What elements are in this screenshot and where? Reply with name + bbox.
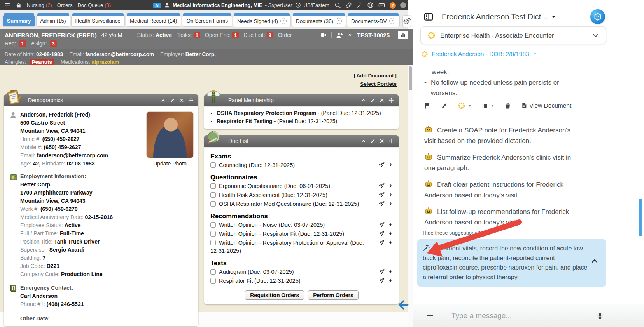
left-pane-scrollbar[interactable] — [408, 65, 413, 327]
sun-menu[interactable] — [458, 102, 472, 110]
checkbox[interactable] — [210, 231, 216, 237]
tab-settings-button[interactable] — [403, 16, 411, 27]
tasks-badge[interactable]: 1 — [194, 32, 200, 38]
demographics-header[interactable]: Demographics — [4, 94, 198, 106]
edit-icon[interactable] — [441, 102, 448, 109]
action-suggestion-card[interactable]: Document vitals, record the new conditio… — [417, 239, 606, 287]
suggestion-item[interactable]: Draft clear patient instructions for Fre… — [424, 179, 578, 200]
message-input[interactable] — [452, 311, 596, 320]
attach-plus-icon[interactable] — [426, 311, 434, 320]
chart-stats-button[interactable] — [398, 31, 408, 39]
tab-on-screen-forms[interactable]: On Screen Forms — [182, 16, 232, 26]
tab-documents-dv[interactable]: Documents-DV — [347, 16, 399, 27]
lightning-icon[interactable] — [388, 192, 393, 198]
menu-icon[interactable] — [4, 2, 10, 9]
perform-orders-button[interactable]: Perform Orders — [308, 290, 358, 300]
select-portlets-link[interactable]: Select Portlets — [360, 81, 397, 87]
lightning-icon[interactable] — [388, 183, 393, 189]
send-icon[interactable] — [379, 240, 385, 245]
trash-icon[interactable] — [504, 102, 511, 109]
send-icon[interactable] — [379, 222, 385, 228]
suggestion-item[interactable]: List follow-up recommendations for Frede… — [424, 207, 578, 228]
order-link[interactable]: Order — [278, 32, 292, 38]
tab-needs-signed[interactable]: Needs Signed (4) — [233, 16, 290, 27]
medication-value[interactable]: alprazolam — [92, 59, 119, 65]
close-icon[interactable] — [380, 139, 384, 143]
due-list-header[interactable]: Due List — [204, 135, 399, 147]
patient-name-link[interactable]: Anderson, Frederick (Fred) — [20, 111, 90, 118]
due-list-badge[interactable]: 9 — [267, 32, 273, 38]
assistant-scrollbar-thumb[interactable] — [639, 199, 642, 236]
checkbox[interactable] — [210, 162, 216, 168]
nav-orders[interactable]: Orders — [57, 2, 73, 8]
lightning-icon[interactable] — [388, 278, 393, 284]
nav-doc-queue[interactable]: Doc Queue(3) — [77, 2, 111, 8]
send-icon[interactable] — [379, 269, 385, 275]
close-icon[interactable] — [179, 98, 184, 103]
tab-documents[interactable]: Documents (36) — [292, 16, 346, 27]
checkbox[interactable] — [210, 201, 216, 207]
close-icon[interactable] — [380, 98, 384, 103]
checkbox[interactable] — [210, 240, 216, 245]
flag-icon[interactable] — [424, 102, 431, 109]
collapse-panel-arrow-icon[interactable] — [397, 299, 409, 311]
popout-icon[interactable] — [389, 18, 396, 24]
wand-icon[interactable] — [356, 2, 363, 9]
checkbox[interactable] — [210, 269, 216, 275]
send-icon[interactable] — [379, 278, 385, 284]
panel-toggle-icon[interactable] — [424, 12, 434, 22]
collapse-icon[interactable] — [161, 98, 166, 103]
supervisor-link[interactable]: Sergio Acardi — [49, 247, 85, 253]
esign-badge[interactable]: 3 — [50, 40, 57, 47]
lightning-icon[interactable] — [347, 32, 353, 38]
open-enc-badge[interactable]: 1 — [232, 32, 239, 38]
send-icon[interactable] — [379, 201, 385, 207]
checkbox[interactable] — [210, 192, 216, 198]
send-icon[interactable] — [379, 231, 385, 237]
home-icon[interactable] — [16, 2, 22, 9]
patient-context[interactable]: Frederick Anderson - DOB: 2/8/1983 — [421, 50, 537, 57]
tab-admin[interactable]: Admin (15) — [37, 16, 70, 26]
encounter-selector[interactable]: Enterprise Health - Associate Encounter — [420, 26, 606, 44]
nav-nursing[interactable]: Nursing(2) — [27, 2, 52, 8]
suggestion-item[interactable]: Summarize Frederick Anderson's clinic vi… — [424, 152, 578, 173]
lightning-icon[interactable] — [388, 222, 393, 228]
checkbox[interactable] — [210, 183, 216, 189]
copy-menu[interactable] — [481, 102, 495, 109]
move-icon[interactable] — [388, 138, 394, 144]
link-icon[interactable] — [345, 2, 352, 9]
lightning-icon[interactable] — [388, 240, 393, 245]
checkbox[interactable] — [210, 222, 216, 228]
edit-icon[interactable] — [170, 98, 175, 103]
lightning-icon[interactable] — [388, 162, 393, 168]
send-icon[interactable] — [379, 183, 385, 189]
panel-membership-header[interactable]: Panel Membership — [204, 94, 399, 106]
allergy-badge[interactable]: Peanuts — [30, 59, 55, 65]
tab-summary[interactable]: Summary — [3, 16, 35, 26]
lightning-icon[interactable] — [388, 269, 393, 275]
collapse-icon[interactable] — [361, 139, 366, 144]
add-document-link[interactable]: Add Document — [356, 73, 394, 78]
edit-icon[interactable] — [370, 98, 375, 103]
tab-medical-record[interactable]: Medical Record (14) — [126, 16, 181, 26]
lightning-icon[interactable] — [388, 231, 393, 237]
checkbox[interactable] — [210, 278, 216, 284]
req-badge[interactable]: 1 — [19, 40, 26, 47]
collapse-icon[interactable] — [361, 98, 366, 103]
chevron-down-icon[interactable] — [592, 31, 600, 39]
microphone-icon[interactable] — [596, 311, 604, 320]
conversation-title[interactable]: Frederick Anderson Test Dict... — [441, 12, 557, 21]
popout-icon[interactable] — [280, 18, 287, 24]
popout-icon[interactable] — [336, 18, 342, 24]
send-icon[interactable] — [379, 192, 385, 198]
globe-icon[interactable] — [367, 2, 374, 9]
edit-icon[interactable] — [370, 139, 375, 144]
suggestion-item[interactable]: Create a SOAP note for Frederick Anderso… — [424, 125, 578, 146]
scrollbar-thumb[interactable] — [409, 66, 412, 90]
video-visit-icon[interactable] — [320, 32, 327, 38]
ai-badge[interactable]: AI — [153, 3, 161, 8]
add-person-icon[interactable] — [336, 32, 343, 38]
requisition-orders-button[interactable]: Requisition Orders — [245, 290, 304, 300]
chevron-up-icon[interactable] — [591, 257, 598, 265]
help-icon[interactable]: ? — [390, 2, 396, 9]
